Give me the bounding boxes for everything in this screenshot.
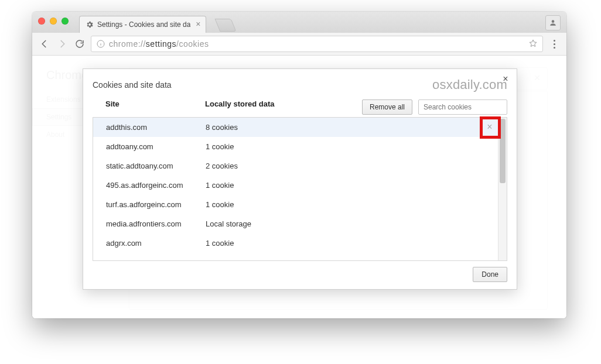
cookie-row-data: 8 cookies: [206, 123, 494, 132]
column-header-site: Site: [105, 99, 205, 108]
dialog-header: Cookies and site data osxdaily.com ×: [83, 69, 517, 96]
traffic-lights: [38, 18, 69, 25]
cookie-row-site: 495.as.adforgeinc.com: [106, 181, 206, 190]
watermark-text: osxdaily.com: [432, 77, 507, 92]
browser-window: Settings - Cookies and site da × chrome:…: [32, 12, 566, 318]
column-headers: Site Locally stored data: [105, 99, 356, 108]
cookie-row-site: turf.as.adforgeinc.com: [106, 200, 206, 209]
cookie-row-site: static.addtoany.com: [106, 162, 206, 170]
done-button[interactable]: Done: [473, 267, 507, 282]
reload-button[interactable]: [73, 37, 86, 50]
cookie-list: addthis.com8 cookies×addtoany.com1 cooki…: [93, 117, 507, 261]
dialog-close-button[interactable]: ×: [500, 74, 511, 84]
cookie-row-data: 1 cookie: [206, 142, 494, 151]
cookie-row-site: addthis.com: [106, 123, 206, 132]
search-cookies-input[interactable]: [418, 99, 507, 115]
tab-close-icon[interactable]: ×: [194, 20, 202, 28]
new-tab-button[interactable]: [215, 19, 237, 32]
window-zoom-button[interactable]: [62, 18, 69, 25]
cookie-row[interactable]: addtoany.com1 cookie: [93, 137, 507, 156]
page-content: Chrome Extensions Settings About × Cooki…: [32, 56, 566, 318]
cookie-row[interactable]: static.addtoany.com2 cookies: [93, 156, 507, 176]
cookie-row-data: 1 cookie: [206, 239, 494, 248]
omnibox-url: chrome://settings/cookies: [109, 39, 525, 49]
browser-menu-button[interactable]: [548, 37, 561, 50]
cookie-row-site: adgrx.com: [106, 239, 206, 248]
bookmark-star-icon[interactable]: [528, 39, 538, 50]
cookie-row-delete-icon[interactable]: ×: [484, 122, 495, 132]
dialog-toolbar: Site Locally stored data Remove all: [83, 96, 517, 115]
site-info-icon[interactable]: [96, 39, 105, 49]
gear-icon: [86, 20, 94, 29]
dialog-title: Cookies and site data: [93, 80, 172, 90]
cookie-row[interactable]: media.adfrontiers.comLocal storage: [93, 214, 507, 233]
window-titlebar: Settings - Cookies and site da ×: [32, 12, 566, 33]
tab-title: Settings - Cookies and site da: [97, 20, 190, 29]
scrollbar-thumb[interactable]: [500, 119, 506, 183]
column-header-data: Locally stored data: [205, 99, 356, 108]
cookie-row-data: 1 cookie: [206, 181, 494, 190]
browser-toolbar: chrome://settings/cookies: [32, 33, 566, 56]
cookie-row-site: media.adfrontiers.com: [106, 219, 206, 228]
cookie-row-data: 2 cookies: [206, 162, 494, 170]
cookie-row[interactable]: addthis.com8 cookies×: [93, 118, 507, 137]
dialog-footer: Done: [83, 261, 517, 289]
browser-tab[interactable]: Settings - Cookies and site da ×: [79, 16, 206, 33]
remove-all-button[interactable]: Remove all: [362, 99, 412, 115]
cookie-row[interactable]: turf.as.adforgeinc.com1 cookie: [93, 195, 507, 214]
omnibox[interactable]: chrome://settings/cookies: [91, 36, 543, 52]
cookie-row-data: 1 cookie: [206, 200, 494, 209]
cookie-row[interactable]: adgrx.com1 cookie: [93, 233, 507, 253]
window-close-button[interactable]: [38, 18, 45, 25]
back-button[interactable]: [38, 37, 51, 50]
profile-avatar-button[interactable]: [545, 15, 561, 30]
window-minimize-button[interactable]: [50, 18, 57, 25]
cookie-row[interactable]: 495.as.adforgeinc.com1 cookie: [93, 176, 507, 195]
cookie-row-site: addtoany.com: [106, 142, 206, 151]
cookie-list-scrollbar[interactable]: [498, 118, 507, 260]
cookies-dialog: Cookies and site data osxdaily.com × Sit…: [83, 68, 517, 290]
forward-button[interactable]: [56, 37, 69, 50]
cookie-row-data: Local storage: [206, 219, 494, 228]
